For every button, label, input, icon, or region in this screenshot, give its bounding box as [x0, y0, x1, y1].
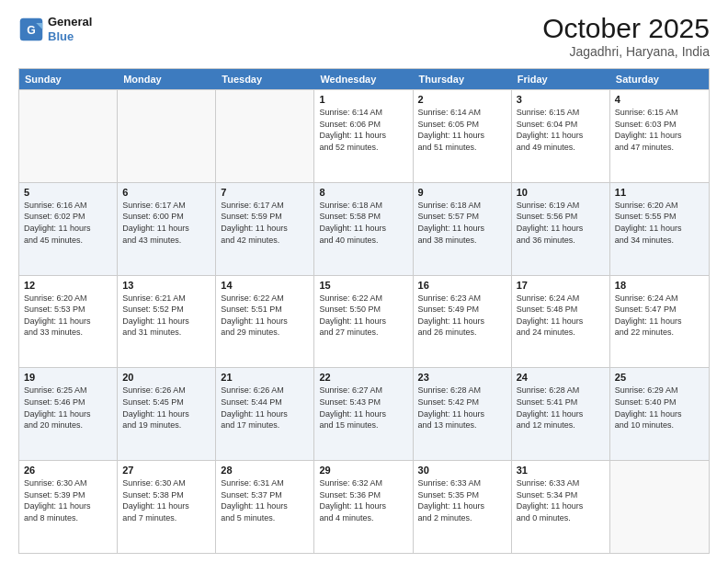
day-number: 28 [221, 465, 309, 476]
calendar-cell: 2Sunrise: 6:14 AM Sunset: 6:05 PM Daylig… [414, 90, 512, 182]
day-info: Sunrise: 6:18 AM Sunset: 5:58 PM Dayligh… [319, 200, 407, 246]
calendar-cell: 1Sunrise: 6:14 AM Sunset: 6:06 PM Daylig… [314, 90, 413, 182]
day-info: Sunrise: 6:30 AM Sunset: 5:38 PM Dayligh… [122, 477, 210, 523]
calendar-header: SundayMondayTuesdayWednesdayThursdayFrid… [19, 69, 709, 89]
calendar-cell: 30Sunrise: 6:33 AM Sunset: 5:35 PM Dayli… [414, 461, 512, 553]
day-info: Sunrise: 6:26 AM Sunset: 5:45 PM Dayligh… [122, 385, 210, 431]
calendar-cell: 11Sunrise: 6:20 AM Sunset: 5:55 PM Dayli… [610, 183, 709, 275]
day-number: 26 [24, 465, 112, 476]
calendar-row-3: 19Sunrise: 6:25 AM Sunset: 5:46 PM Dayli… [19, 367, 709, 460]
day-info: Sunrise: 6:23 AM Sunset: 5:49 PM Dayligh… [418, 293, 506, 339]
day-info: Sunrise: 6:25 AM Sunset: 5:46 PM Dayligh… [24, 385, 112, 431]
calendar-row-2: 12Sunrise: 6:20 AM Sunset: 5:53 PM Dayli… [19, 275, 709, 368]
calendar-cell: 15Sunrise: 6:22 AM Sunset: 5:50 PM Dayli… [314, 276, 413, 368]
day-number: 5 [24, 187, 112, 198]
day-number: 29 [319, 465, 407, 476]
calendar-cell [118, 90, 216, 182]
svg-text:G: G [27, 24, 36, 37]
day-number: 25 [615, 372, 704, 383]
day-number: 8 [319, 187, 407, 198]
calendar-cell: 6Sunrise: 6:17 AM Sunset: 6:00 PM Daylig… [118, 183, 216, 275]
calendar-cell: 17Sunrise: 6:24 AM Sunset: 5:48 PM Dayli… [512, 276, 610, 368]
weekday-header-monday: Monday [118, 69, 216, 89]
calendar-cell: 19Sunrise: 6:25 AM Sunset: 5:46 PM Dayli… [19, 368, 118, 460]
calendar-cell: 31Sunrise: 6:33 AM Sunset: 5:34 PM Dayli… [512, 461, 610, 553]
day-info: Sunrise: 6:18 AM Sunset: 5:57 PM Dayligh… [418, 200, 506, 246]
weekday-header-tuesday: Tuesday [216, 69, 314, 89]
day-number: 17 [517, 280, 605, 291]
weekday-header-saturday: Saturday [610, 69, 709, 89]
day-number: 18 [615, 280, 704, 291]
header: G General Blue October 2025 Jagadhri, Ha… [18, 15, 710, 59]
day-info: Sunrise: 6:14 AM Sunset: 6:06 PM Dayligh… [319, 107, 407, 153]
calendar-cell [216, 90, 314, 182]
calendar-cell: 10Sunrise: 6:19 AM Sunset: 5:56 PM Dayli… [512, 183, 610, 275]
calendar-cell: 9Sunrise: 6:18 AM Sunset: 5:57 PM Daylig… [414, 183, 512, 275]
logo-line2: Blue [48, 29, 92, 44]
title-block: October 2025 Jagadhri, Haryana, India [542, 15, 710, 59]
calendar-cell: 12Sunrise: 6:20 AM Sunset: 5:53 PM Dayli… [19, 276, 118, 368]
day-number: 23 [418, 372, 506, 383]
day-info: Sunrise: 6:14 AM Sunset: 6:05 PM Dayligh… [418, 107, 506, 153]
day-info: Sunrise: 6:22 AM Sunset: 5:51 PM Dayligh… [221, 293, 309, 339]
calendar-cell: 27Sunrise: 6:30 AM Sunset: 5:38 PM Dayli… [118, 461, 216, 553]
day-info: Sunrise: 6:24 AM Sunset: 5:47 PM Dayligh… [615, 293, 704, 339]
day-info: Sunrise: 6:22 AM Sunset: 5:50 PM Dayligh… [319, 293, 407, 339]
day-number: 21 [221, 372, 309, 383]
day-number: 16 [418, 280, 506, 291]
logo-text: General Blue [48, 15, 92, 43]
day-number: 7 [221, 187, 309, 198]
day-number: 1 [319, 94, 407, 105]
calendar-cell: 3Sunrise: 6:15 AM Sunset: 6:04 PM Daylig… [512, 90, 610, 182]
calendar-cell: 29Sunrise: 6:32 AM Sunset: 5:36 PM Dayli… [314, 461, 413, 553]
day-number: 10 [517, 187, 605, 198]
day-info: Sunrise: 6:26 AM Sunset: 5:44 PM Dayligh… [221, 385, 309, 431]
day-number: 3 [517, 94, 605, 105]
calendar-cell: 20Sunrise: 6:26 AM Sunset: 5:45 PM Dayli… [118, 368, 216, 460]
logo-icon: G [18, 17, 44, 42]
day-info: Sunrise: 6:20 AM Sunset: 5:55 PM Dayligh… [615, 200, 704, 246]
calendar-cell: 22Sunrise: 6:27 AM Sunset: 5:43 PM Dayli… [314, 368, 413, 460]
day-number: 2 [418, 94, 506, 105]
day-number: 4 [615, 94, 704, 105]
calendar-cell: 26Sunrise: 6:30 AM Sunset: 5:39 PM Dayli… [19, 461, 118, 553]
day-info: Sunrise: 6:17 AM Sunset: 5:59 PM Dayligh… [221, 200, 309, 246]
day-number: 15 [319, 280, 407, 291]
day-number: 14 [221, 280, 309, 291]
calendar-cell [19, 90, 118, 182]
calendar-cell: 23Sunrise: 6:28 AM Sunset: 5:42 PM Dayli… [414, 368, 512, 460]
day-info: Sunrise: 6:24 AM Sunset: 5:48 PM Dayligh… [517, 293, 605, 339]
calendar-row-4: 26Sunrise: 6:30 AM Sunset: 5:39 PM Dayli… [19, 460, 709, 553]
month-title: October 2025 [542, 15, 710, 42]
day-info: Sunrise: 6:29 AM Sunset: 5:40 PM Dayligh… [615, 385, 704, 431]
calendar-cell: 24Sunrise: 6:28 AM Sunset: 5:41 PM Dayli… [512, 368, 610, 460]
day-info: Sunrise: 6:20 AM Sunset: 5:53 PM Dayligh… [24, 293, 112, 339]
day-info: Sunrise: 6:15 AM Sunset: 6:04 PM Dayligh… [517, 107, 605, 153]
logo: G General Blue [18, 15, 92, 43]
day-info: Sunrise: 6:33 AM Sunset: 5:35 PM Dayligh… [418, 477, 506, 523]
calendar-cell: 5Sunrise: 6:16 AM Sunset: 6:02 PM Daylig… [19, 183, 118, 275]
calendar-cell: 14Sunrise: 6:22 AM Sunset: 5:51 PM Dayli… [216, 276, 314, 368]
day-number: 11 [615, 187, 704, 198]
day-number: 19 [24, 372, 112, 383]
day-number: 20 [122, 372, 210, 383]
calendar-cell: 21Sunrise: 6:26 AM Sunset: 5:44 PM Dayli… [216, 368, 314, 460]
calendar: SundayMondayTuesdayWednesdayThursdayFrid… [18, 68, 710, 554]
page: G General Blue October 2025 Jagadhri, Ha… [0, 0, 728, 563]
logo-line1: General [48, 15, 92, 29]
day-number: 13 [122, 280, 210, 291]
calendar-cell: 28Sunrise: 6:31 AM Sunset: 5:37 PM Dayli… [216, 461, 314, 553]
day-number: 24 [517, 372, 605, 383]
calendar-cell: 16Sunrise: 6:23 AM Sunset: 5:49 PM Dayli… [414, 276, 512, 368]
day-info: Sunrise: 6:31 AM Sunset: 5:37 PM Dayligh… [221, 477, 309, 523]
calendar-cell: 4Sunrise: 6:15 AM Sunset: 6:03 PM Daylig… [610, 90, 709, 182]
weekday-header-sunday: Sunday [19, 69, 118, 89]
day-number: 31 [517, 465, 605, 476]
day-info: Sunrise: 6:33 AM Sunset: 5:34 PM Dayligh… [517, 477, 605, 523]
day-info: Sunrise: 6:32 AM Sunset: 5:36 PM Dayligh… [319, 477, 407, 523]
day-number: 6 [122, 187, 210, 198]
calendar-cell: 18Sunrise: 6:24 AM Sunset: 5:47 PM Dayli… [610, 276, 709, 368]
weekday-header-friday: Friday [512, 69, 610, 89]
day-info: Sunrise: 6:28 AM Sunset: 5:41 PM Dayligh… [517, 385, 605, 431]
day-number: 30 [418, 465, 506, 476]
